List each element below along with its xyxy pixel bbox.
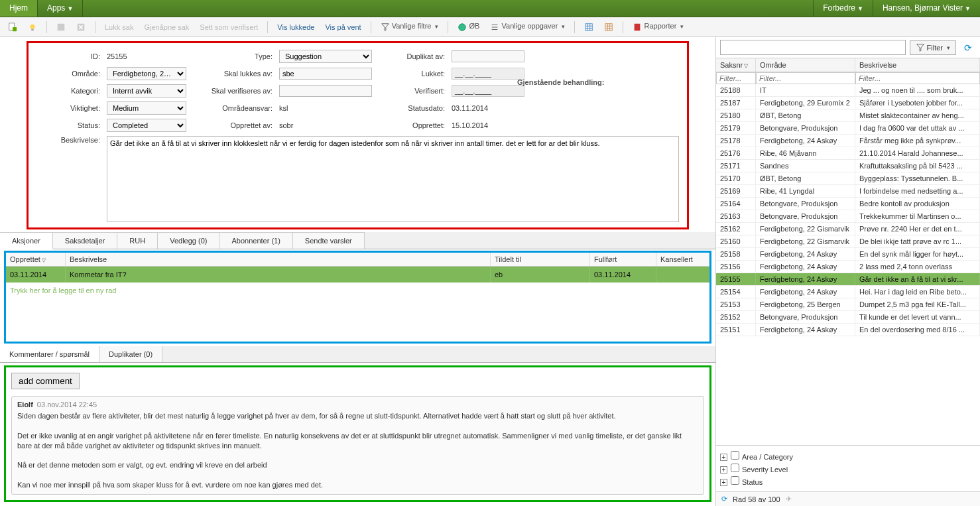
tree-status[interactable]: +Status [720,475,976,487]
label-category: Kategori: [34,87,100,95]
table-row[interactable]: 25169Ribe, 41 LyngdalI forbindelse med n… [716,185,980,198]
save-icon [52,20,70,33]
tab-subscribers[interactable]: Abonnenter (1) [219,232,292,249]
table-row[interactable]: 25163Betongvare, ProduksjonTrekkekummer … [716,210,980,223]
table-row[interactable]: 25179Betongvare, ProduksjonI dag fra 060… [716,122,980,135]
col-desc[interactable]: Beskrivelse [855,58,980,72]
common-filters-dropdown[interactable]: Vanlige filtre ▾ [377,20,443,33]
input-close-by[interactable] [279,68,372,80]
select-area[interactable]: Ferdigbetong, 2… [107,67,186,80]
tab-sent-alerts[interactable]: Sendte varsler [293,232,365,249]
pin-icon[interactable]: ✈ [786,495,792,503]
select-importance[interactable]: Medium [107,101,186,115]
new-icon[interactable] [4,20,21,33]
table-row[interactable]: 25176Ribe, 46 Mjåvann21.10.2014 Harald J… [716,147,980,160]
table-row[interactable]: 25158Ferdigbetong, 24 AskøyEn del synk m… [716,248,980,261]
filter-desc[interactable] [855,72,980,84]
svg-rect-1 [13,27,17,31]
cancel-icon [72,20,90,33]
refresh-icon[interactable]: ⟳ [721,495,727,503]
col-area[interactable]: Område [756,58,855,72]
tree-area[interactable]: +Area / Category [720,450,976,462]
tab-comments[interactable]: Kommentarer / spørsmål [0,346,99,362]
show-closed-link[interactable]: Vis lukkede [273,21,318,33]
table-row[interactable]: 25187Ferdigbetong, 29 Euromix 2Sjåfører … [716,97,980,109]
bulb-icon[interactable] [24,20,41,33]
filter-case-no[interactable] [716,72,756,84]
nav-apps[interactable]: Apps▼ [38,0,83,17]
col-cancelled[interactable]: Kansellert [656,253,709,266]
filter-button[interactable]: Filter ▾ [910,40,956,55]
svg-point-2 [31,24,35,29]
table-row[interactable]: 25155Ferdigbetong, 24 AskøyGår det ikke … [716,273,980,286]
textarea-description[interactable]: Går det ikke an å få til at vi skriver i… [107,136,679,222]
filter-area[interactable] [756,72,855,84]
svg-point-6 [459,23,466,31]
tree-area-label: Area / Category [742,453,793,461]
col-desc[interactable]: Beskrivelse [66,253,491,266]
value-closed: __.__.____ [452,68,524,80]
svg-rect-4 [58,23,65,31]
ob-button[interactable]: ØB [454,20,483,33]
label-type: Type: [193,52,273,60]
table-row[interactable]: 25152Betongvare, ProduksjonTil kunde er … [716,311,980,324]
svg-rect-8 [605,23,613,31]
tab-case-details[interactable]: Saksdetaljer [53,232,118,249]
table-row[interactable]: 25171SandnesKraftuttaksaksling på bil 54… [716,160,980,172]
checkbox-status[interactable] [731,476,739,485]
select-type[interactable]: Suggestion [279,50,372,63]
common-tasks-dropdown[interactable]: Vanlige oppgaver ▾ [486,20,569,33]
col-created[interactable]: Opprettet▽ [6,253,66,266]
tab-duplicates[interactable]: Duplikater (0) [99,346,162,362]
show-onhold-link[interactable]: Vis på vent [321,21,365,33]
table-row[interactable]: 25164Betongvare, ProduksjonBedre kontoll… [716,198,980,210]
table-row[interactable]: 25153Ferdigbetong, 25 BergenDumpet 2,5 m… [716,298,980,311]
close-case-button: Lukk sak [101,21,137,33]
tab-ruh[interactable]: RUH [117,232,158,249]
tab-attachments[interactable]: Vedlegg (0) [158,232,219,249]
label-id: ID: [34,52,100,60]
col-case-no[interactable]: Saksnr▽ [716,58,756,72]
table-row[interactable]: 25162Ferdigbetong, 22 GismarvikPrøve nr.… [716,223,980,235]
label-duplicate: Duplikat av: [379,52,445,60]
table-row[interactable]: 25170ØBT, BetongByggeplass: Tyssetunnele… [716,172,980,185]
table-row[interactable]: 25156Ferdigbetong, 24 Askøy2 lass med 2,… [716,261,980,273]
actions-row[interactable]: 03.11.2014Kommetar fra IT?eb03.11.2014 [6,267,709,283]
tree-severity[interactable]: +Severity Level [720,462,976,475]
col-done[interactable]: Fullført [590,253,656,266]
expand-icon[interactable]: + [720,479,727,486]
table-row[interactable]: 25160Ferdigbetong, 22 GismarvikDe blei i… [716,235,980,248]
label-area-resp: Områdeansvar: [193,104,273,112]
nav-improve[interactable]: Forbedre▼ [813,0,873,17]
nav-user[interactable]: Hansen, Bjørnar Vister▼ [873,0,980,17]
refresh-icon[interactable]: ⟳ [960,40,976,55]
grid-icon-1[interactable] [580,20,597,33]
select-category[interactable]: Internt avvik [107,84,186,97]
checkbox-area[interactable] [731,451,739,460]
table-row[interactable]: 25154Ferdigbetong, 24 AskøyHei. Har i da… [716,286,980,298]
expand-icon[interactable]: + [720,454,727,461]
input-verify-by[interactable] [279,85,372,97]
chevron-down-icon: ▼ [965,5,971,12]
expand-icon[interactable]: + [720,466,727,474]
search-input[interactable] [720,40,906,55]
nav-home[interactable]: Hjem [0,0,38,17]
filter-tree: +Area / Category +Severity Level +Status [716,445,980,491]
table-row[interactable]: 25188ITJeg ... og noen til .... som bruk… [716,84,980,97]
add-comment-button[interactable]: add comment [11,373,80,389]
select-status[interactable]: Completed [107,119,186,132]
grid-icon-2[interactable] [600,20,617,33]
table-row[interactable]: 25178Ferdigbetong, 24 AskøyFårstår meg i… [716,135,980,147]
input-duplicate[interactable] [452,50,524,62]
col-assigned[interactable]: Tildelt til [491,253,590,266]
checkbox-severity[interactable] [731,464,739,472]
tab-actions[interactable]: Aksjoner [0,232,53,249]
funnel-icon [381,23,390,32]
chevron-down-icon: ▼ [67,5,73,12]
right-panel: Filter ▾ ⟳ Saksnr▽ Område Beskrivelse 25… [716,37,980,506]
actions-add-row[interactable]: Trykk her for å legge til en ny rad [6,283,709,298]
table-row[interactable]: 25180ØBT, BetongMistet slaktecontainer a… [716,109,980,122]
table-row[interactable]: 25151Ferdigbetong, 24 AskøyEn del overdo… [716,324,980,336]
cases-grid-body[interactable]: 25188ITJeg ... og noen til .... som bruk… [716,84,980,445]
reports-dropdown[interactable]: Rapporter ▾ [629,20,688,33]
